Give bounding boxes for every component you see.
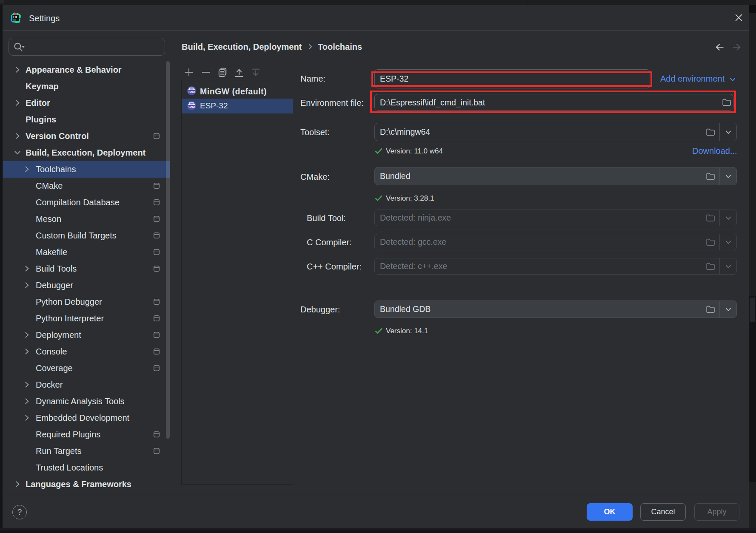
svg-text:GNU: GNU	[188, 90, 195, 94]
svg-text:GNU: GNU	[188, 105, 195, 109]
svg-text:CL: CL	[13, 15, 18, 19]
